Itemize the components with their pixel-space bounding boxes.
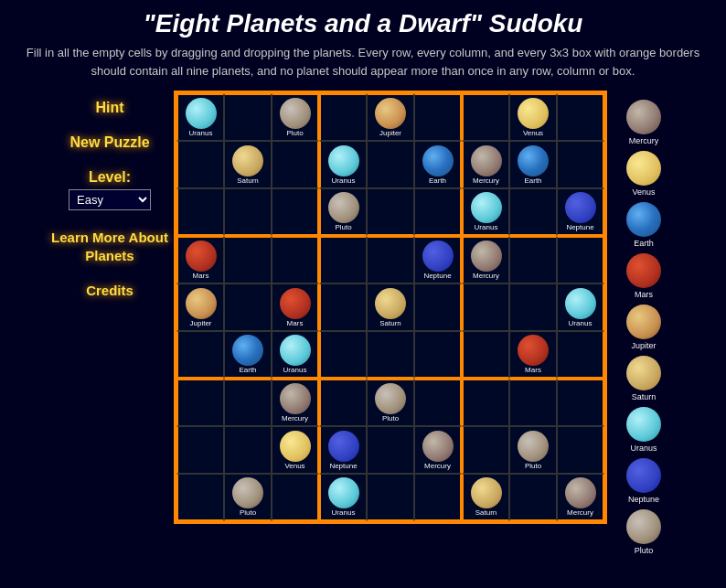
grid-cell[interactable]: [319, 93, 367, 141]
grid-cell[interactable]: [319, 236, 367, 283]
grid-cell[interactable]: Neptune: [414, 236, 462, 283]
sidebar-planet-uranus[interactable]: Uranus: [626, 407, 661, 453]
grid-cell[interactable]: Uranus: [176, 93, 224, 141]
grid-cell[interactable]: [272, 141, 319, 188]
planet-label: Pluto: [382, 415, 399, 422]
grid-cell[interactable]: Pluto: [319, 188, 367, 236]
grid-cell[interactable]: Mercury: [462, 141, 509, 188]
grid-cell[interactable]: [176, 426, 224, 474]
planet-label: Uranus: [189, 130, 213, 137]
grid-cell[interactable]: Uranus: [272, 331, 319, 379]
grid-cell[interactable]: [509, 474, 557, 521]
hint-button[interactable]: Hint: [95, 100, 123, 116]
grid-cell[interactable]: [272, 474, 319, 521]
grid-cell[interactable]: Uranus: [319, 474, 367, 521]
grid-cell[interactable]: [557, 93, 604, 141]
grid-cell[interactable]: Mercury: [272, 379, 319, 426]
sidebar-planet-neptune[interactable]: Neptune: [626, 458, 661, 504]
sidebar-planet-venus[interactable]: Venus: [626, 151, 661, 197]
grid-cell[interactable]: [414, 93, 462, 141]
grid-cell[interactable]: Mercury: [557, 474, 604, 521]
grid-cell[interactable]: Jupiter: [367, 93, 414, 141]
grid-cell[interactable]: [557, 141, 604, 188]
grid-cell[interactable]: [462, 426, 509, 474]
grid-cell[interactable]: [462, 93, 509, 141]
grid-cell[interactable]: Uranus: [319, 141, 367, 188]
grid-cell[interactable]: [462, 283, 509, 331]
grid-cell[interactable]: [319, 283, 367, 331]
grid-cell[interactable]: [224, 93, 272, 141]
grid-cell[interactable]: Mercury: [414, 426, 462, 474]
grid-cell[interactable]: [272, 188, 319, 236]
grid-cell[interactable]: [509, 283, 557, 331]
grid-cell[interactable]: [224, 426, 272, 474]
grid-cell[interactable]: [509, 236, 557, 283]
grid-cell[interactable]: Pluto: [509, 426, 557, 474]
grid-cell[interactable]: Jupiter: [176, 283, 224, 331]
grid-cell[interactable]: [557, 426, 604, 474]
grid-cell[interactable]: [414, 283, 462, 331]
grid-cell[interactable]: [367, 188, 414, 236]
grid-cell[interactable]: Earth: [224, 331, 272, 379]
planet-label: Mars: [193, 273, 209, 280]
grid-cell[interactable]: [414, 331, 462, 379]
grid-cell[interactable]: [224, 188, 272, 236]
grid-cell[interactable]: [557, 331, 604, 379]
grid-cell[interactable]: [462, 379, 509, 426]
sidebar-planet-mars[interactable]: Mars: [626, 253, 661, 299]
grid-cell[interactable]: [367, 474, 414, 521]
grid-cell[interactable]: Saturn: [367, 283, 414, 331]
grid-cell[interactable]: Pluto: [224, 474, 272, 521]
sidebar-planet-earth[interactable]: Earth: [626, 202, 661, 248]
grid-cell[interactable]: [224, 236, 272, 283]
grid-cell[interactable]: Venus: [509, 93, 557, 141]
grid-cell[interactable]: [414, 474, 462, 521]
grid-cell[interactable]: Mars: [176, 236, 224, 283]
grid-cell[interactable]: [367, 331, 414, 379]
grid-cell[interactable]: [509, 379, 557, 426]
grid-cell[interactable]: [367, 141, 414, 188]
grid-cell[interactable]: [319, 331, 367, 379]
grid-cell[interactable]: Uranus: [462, 188, 509, 236]
grid-cell[interactable]: [176, 188, 224, 236]
grid-cell[interactable]: Mercury: [462, 236, 509, 283]
credits-button[interactable]: Credits: [86, 283, 133, 298]
planet-label: Neptune: [566, 224, 593, 231]
grid-cell[interactable]: Neptune: [557, 188, 604, 236]
grid-cell[interactable]: [272, 236, 319, 283]
grid-cell[interactable]: [557, 236, 604, 283]
grid-cell[interactable]: [462, 331, 509, 379]
grid-cell[interactable]: Earth: [414, 141, 462, 188]
sidebar-planet-mercury[interactable]: Mercury: [626, 100, 661, 145]
level-select[interactable]: Easy Medium Hard: [69, 189, 151, 210]
earth-planet-icon: [518, 145, 549, 176]
grid-cell[interactable]: [176, 331, 224, 379]
grid-cell[interactable]: Pluto: [367, 379, 414, 426]
sidebar-planet-jupiter[interactable]: Jupiter: [626, 305, 661, 350]
grid-cell[interactable]: [414, 379, 462, 426]
grid-cell[interactable]: [176, 141, 224, 188]
grid-cell[interactable]: [367, 426, 414, 474]
sidebar-planet-pluto[interactable]: Pluto: [626, 509, 661, 555]
new-puzzle-button[interactable]: New Puzzle: [69, 134, 149, 151]
grid-cell[interactable]: [176, 379, 224, 426]
grid-cell[interactable]: [414, 188, 462, 236]
grid-cell[interactable]: Mars: [509, 331, 557, 379]
grid-cell[interactable]: Earth: [509, 141, 557, 188]
grid-cell[interactable]: Mars: [272, 283, 319, 331]
grid-cell[interactable]: [557, 379, 604, 426]
grid-cell[interactable]: [176, 474, 224, 521]
grid-cell[interactable]: [319, 379, 367, 426]
learn-more-button[interactable]: Learn More About Planets: [46, 229, 174, 264]
grid-cell[interactable]: [367, 236, 414, 283]
grid-cell[interactable]: Venus: [272, 426, 319, 474]
grid-cell[interactable]: Saturn: [462, 474, 509, 521]
grid-cell[interactable]: [224, 379, 272, 426]
grid-cell[interactable]: Uranus: [557, 283, 604, 331]
grid-cell[interactable]: [224, 283, 272, 331]
sidebar-planet-saturn[interactable]: Saturn: [626, 356, 661, 401]
grid-cell[interactable]: Pluto: [272, 93, 319, 141]
grid-cell[interactable]: Saturn: [224, 141, 272, 188]
grid-cell[interactable]: [509, 188, 557, 236]
grid-cell[interactable]: Neptune: [319, 426, 367, 474]
